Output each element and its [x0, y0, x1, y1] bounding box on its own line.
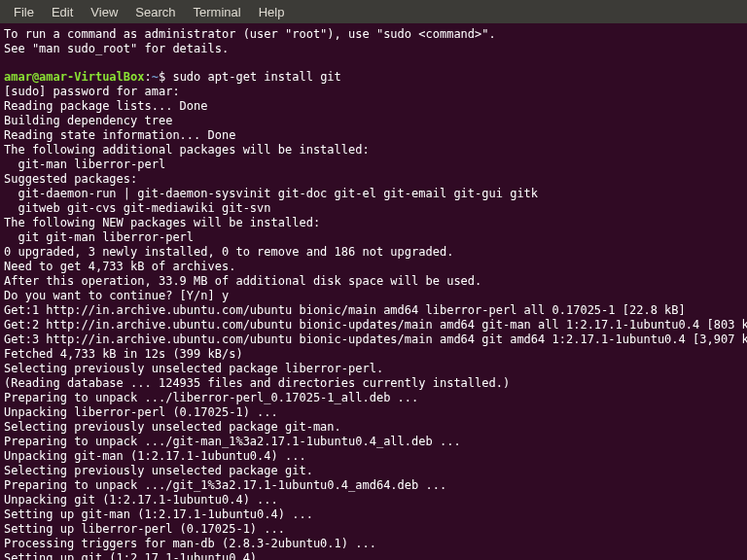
output-line: Setting up git-man (1:2.17.1-1ubuntu0.4)… [4, 508, 743, 522]
output-line: Unpacking liberror-perl (0.17025-1) ... [4, 405, 743, 420]
menu-file[interactable]: File [6, 2, 42, 22]
prompt-user-host: amar@amar-VirtualBox [4, 70, 145, 84]
output-line: gitweb git-cvs git-mediawiki git-svn [4, 201, 743, 216]
output-line: To run a command as administrator (user … [4, 27, 743, 42]
menu-help[interactable]: Help [251, 2, 293, 22]
output-line: Reading state information... Done [4, 128, 743, 143]
output-line: Preparing to unpack .../git-man_1%3a2.17… [4, 435, 743, 449]
output-line: Preparing to unpack .../liberror-perl_0.… [4, 391, 743, 405]
output-line: Building dependency tree [4, 114, 743, 128]
menubar: File Edit View Search Terminal Help [0, 0, 747, 23]
output-line [4, 56, 743, 70]
output-line: See "man sudo_root" for details. [4, 42, 743, 56]
prompt-line: amar@amar-VirtualBox:~$ sudo apt-get ins… [4, 70, 743, 85]
output-line: Selecting previously unselected package … [4, 464, 743, 478]
output-line: Get:1 http://in.archive.ubuntu.com/ubunt… [4, 303, 743, 318]
prompt-path: ~ [152, 70, 159, 84]
output-line: Do you want to continue? [Y/n] y [4, 289, 743, 303]
output-line: Suggested packages: [4, 172, 743, 187]
output-line: git-daemon-run | git-daemon-sysvinit git… [4, 187, 743, 201]
output-line: The following additional packages will b… [4, 143, 743, 158]
output-line: Need to get 4,733 kB of archives. [4, 260, 743, 274]
terminal-output-area[interactable]: To run a command as administrator (user … [0, 23, 747, 560]
output-line: Fetched 4,733 kB in 12s (399 kB/s) [4, 347, 743, 362]
output-line: Selecting previously unselected package … [4, 420, 743, 435]
menu-edit[interactable]: Edit [44, 2, 81, 22]
output-line: 0 upgraded, 3 newly installed, 0 to remo… [4, 245, 743, 260]
output-line: Preparing to unpack .../git_1%3a2.17.1-1… [4, 478, 743, 493]
menu-search[interactable]: Search [127, 2, 183, 22]
output-line: Setting up liberror-perl (0.17025-1) ... [4, 522, 743, 537]
output-line: Reading package lists... Done [4, 99, 743, 114]
menu-view[interactable]: View [83, 2, 125, 22]
prompt-colon: : [145, 70, 152, 84]
menu-terminal[interactable]: Terminal [186, 2, 249, 22]
output-line: Selecting previously unselected package … [4, 362, 743, 376]
output-line: Unpacking git (1:2.17.1-1ubuntu0.4) ... [4, 493, 743, 508]
output-line: Setting up git (1:2.17.1-1ubuntu0.4) ... [4, 551, 743, 560]
output-line: Unpacking git-man (1:2.17.1-1ubuntu0.4) … [4, 449, 743, 464]
output-line: The following NEW packages will be insta… [4, 216, 743, 230]
output-line: After this operation, 33.9 MB of additio… [4, 274, 743, 289]
typed-command: sudo apt-get install git [172, 70, 340, 84]
output-line: git git-man liberror-perl [4, 230, 743, 245]
output-line: Get:2 http://in.archive.ubuntu.com/ubunt… [4, 318, 743, 332]
output-line: (Reading database ... 124935 files and d… [4, 376, 743, 391]
output-line: Processing triggers for man-db (2.8.3-2u… [4, 537, 743, 551]
prompt-dollar: $ [159, 70, 172, 84]
output-line: [sudo] password for amar: [4, 85, 743, 99]
output-line: git-man liberror-perl [4, 158, 743, 172]
output-line: Get:3 http://in.archive.ubuntu.com/ubunt… [4, 332, 743, 347]
